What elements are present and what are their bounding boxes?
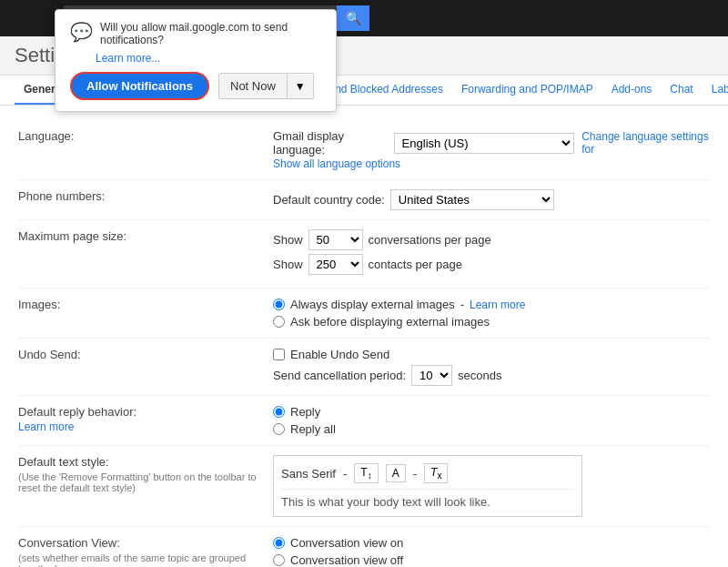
images-control: Always display external images - Learn m… bbox=[273, 298, 710, 329]
show-all-languages-link[interactable]: Show all language options bbox=[273, 157, 400, 170]
main-content: Language: Gmail display language: Englis… bbox=[0, 106, 728, 567]
remove-formatting-button[interactable]: Tx bbox=[424, 463, 448, 483]
country-code-label: Default country code: bbox=[273, 193, 385, 207]
text-style-row: Default text style: (Use the 'Remove For… bbox=[18, 446, 710, 527]
undo-send-control: Enable Undo Send Send cancellation perio… bbox=[273, 348, 710, 386]
reply-all-label: Reply all bbox=[290, 422, 336, 436]
notification-banner: 💬 Will you allow mail.google.com to send… bbox=[55, 9, 337, 112]
reply-behavior-control: Reply Reply all bbox=[273, 405, 710, 436]
ask-before-display-radio[interactable] bbox=[273, 316, 285, 328]
not-now-container: Not Now ▼ bbox=[218, 73, 314, 99]
undo-send-row: Undo Send: Enable Undo Send Send cancell… bbox=[18, 339, 710, 396]
reply-behavior-row: Default reply behavior: Learn more Reply… bbox=[18, 396, 710, 446]
notification-message: Will you allow mail.google.com to send n… bbox=[100, 21, 321, 46]
text-style-toolbar: Sans Serif - T↕ A - Tx bbox=[281, 463, 574, 490]
tab-labs[interactable]: Labs bbox=[703, 76, 728, 105]
ask-before-display-label: Ask before displaying external images bbox=[290, 315, 490, 329]
show-label-1: Show bbox=[273, 233, 303, 247]
reply-label: Reply bbox=[290, 405, 320, 419]
conv-view-on-text: Conversation view on bbox=[290, 536, 403, 550]
not-now-dropdown-button[interactable]: ▼ bbox=[287, 75, 313, 98]
conv-view-off-text: Conversation view off bbox=[290, 553, 403, 567]
conversations-per-page-select[interactable]: 50 bbox=[308, 229, 363, 250]
toolbar-separator-2: - bbox=[413, 467, 417, 481]
phone-row: Phone numbers: Default country code: Uni… bbox=[18, 180, 710, 220]
conversation-view-control: Conversation view on Conversation view o… bbox=[273, 536, 710, 567]
text-style-sublabel: (Use the 'Remove Formatting' button on t… bbox=[18, 471, 258, 493]
change-language-link[interactable]: Change language settings for bbox=[581, 130, 710, 156]
font-name: Sans Serif bbox=[281, 467, 336, 481]
cancellation-period-select[interactable]: 10 bbox=[411, 365, 452, 386]
images-learn-more-link[interactable]: Learn more bbox=[470, 299, 525, 311]
allow-notifications-button[interactable]: Allow Notifications bbox=[70, 72, 209, 100]
send-cancellation-period-label: Send cancellation period: bbox=[273, 369, 406, 382]
page-size-label: Maximum page size: bbox=[18, 229, 126, 243]
seconds-label: seconds bbox=[458, 369, 501, 382]
reply-radio-label[interactable]: Reply bbox=[273, 405, 710, 419]
search-button[interactable]: 🔍 bbox=[337, 5, 369, 31]
font-size-button[interactable]: T↕ bbox=[354, 463, 378, 483]
always-display-radio[interactable] bbox=[273, 299, 285, 310]
conversation-view-label: Conversation View: bbox=[18, 536, 120, 550]
reply-behavior-learn-more-link[interactable]: Learn more bbox=[18, 420, 258, 433]
conversation-view-row: Conversation View: (sets whether emails … bbox=[18, 527, 710, 567]
search-icon: 🔍 bbox=[346, 11, 361, 25]
reply-all-radio-label[interactable]: Reply all bbox=[273, 422, 710, 436]
language-label: Language: bbox=[18, 129, 74, 143]
text-style-control: Sans Serif - T↕ A - Tx This is what your… bbox=[273, 455, 710, 517]
tab-chat[interactable]: Chat bbox=[661, 76, 702, 105]
page-size-control: Show 50 conversations per page Show 250 … bbox=[273, 229, 710, 278]
gmail-display-language-label: Gmail display language: bbox=[273, 129, 387, 157]
language-control: Gmail display language: English (US) Cha… bbox=[273, 129, 710, 170]
images-row: Images: Always display external images -… bbox=[18, 289, 710, 339]
undo-send-label: Undo Send: bbox=[18, 348, 81, 361]
reply-behavior-label: Default reply behavior: bbox=[18, 405, 136, 419]
language-select[interactable]: English (US) bbox=[394, 133, 575, 154]
contacts-per-page-select[interactable]: 250 bbox=[308, 254, 363, 275]
reply-radio[interactable] bbox=[273, 406, 285, 418]
contacts-per-page-label: contacts per page bbox=[369, 258, 462, 271]
text-style-label: Default text style: bbox=[18, 455, 109, 469]
toolbar-separator-1: - bbox=[343, 467, 347, 481]
text-style-box: Sans Serif - T↕ A - Tx This is what your… bbox=[273, 455, 582, 517]
always-display-radio-label[interactable]: Always display external images - Learn m… bbox=[273, 298, 710, 311]
notification-icon: 💬 bbox=[70, 21, 93, 43]
tab-forwarding[interactable]: Forwarding and POP/IMAP bbox=[452, 76, 602, 105]
conversation-view-sublabel: (sets whether emails of the same topic a… bbox=[18, 552, 258, 567]
tab-addons[interactable]: Add-ons bbox=[602, 76, 662, 105]
enable-undo-send-label[interactable]: Enable Undo Send bbox=[273, 348, 710, 361]
country-select[interactable]: United States bbox=[390, 189, 554, 210]
always-display-label: Always display external images bbox=[290, 298, 455, 311]
images-label: Images: bbox=[18, 298, 60, 311]
show-label-2: Show bbox=[273, 258, 303, 271]
reply-all-radio[interactable] bbox=[273, 423, 285, 435]
conv-view-off-label[interactable]: Conversation view off bbox=[273, 553, 710, 567]
text-style-preview: This is what your body text will look li… bbox=[281, 495, 574, 509]
font-color-button[interactable]: A bbox=[386, 464, 406, 482]
enable-undo-send-checkbox[interactable] bbox=[273, 349, 285, 360]
conversations-per-page-label: conversations per page bbox=[369, 233, 491, 247]
language-row: Language: Gmail display language: Englis… bbox=[18, 120, 710, 180]
enable-undo-send-text: Enable Undo Send bbox=[290, 348, 389, 361]
phone-control: Default country code: United States bbox=[273, 189, 710, 210]
conv-view-on-label[interactable]: Conversation view on bbox=[273, 536, 710, 550]
notification-learn-more-link[interactable]: Learn more... bbox=[96, 52, 321, 65]
phone-label: Phone numbers: bbox=[18, 189, 105, 203]
page-size-row: Maximum page size: Show 50 conversations… bbox=[18, 220, 710, 289]
conv-view-on-radio[interactable] bbox=[273, 537, 285, 549]
not-now-button[interactable]: Not Now bbox=[219, 74, 287, 98]
conv-view-off-radio[interactable] bbox=[273, 554, 285, 566]
ask-before-display-radio-label[interactable]: Ask before displaying external images bbox=[273, 315, 710, 329]
